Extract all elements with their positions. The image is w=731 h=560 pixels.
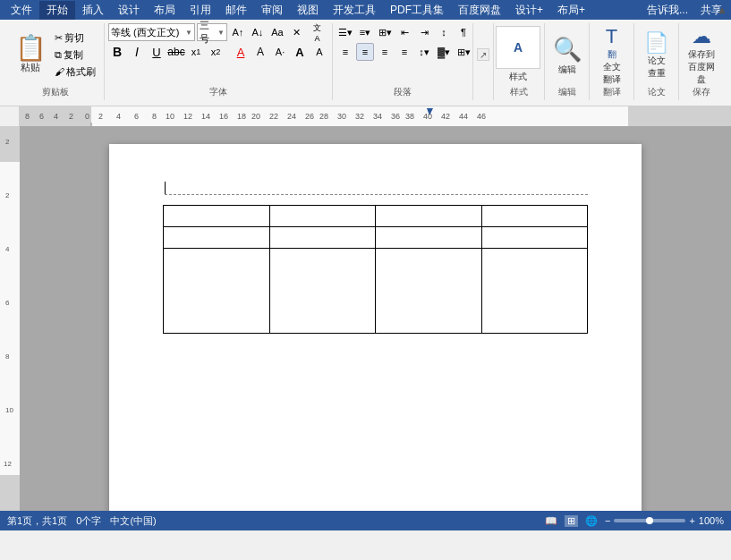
- font-name-selector[interactable]: 等线 (西文正文) ▼: [108, 23, 195, 41]
- zoom-thumb[interactable]: [646, 517, 653, 524]
- strikethrough-button[interactable]: abc: [167, 43, 185, 61]
- highlight-button[interactable]: A: [251, 43, 269, 61]
- change-case-button[interactable]: Aa: [268, 23, 286, 41]
- font-shading-button[interactable]: A·: [271, 43, 289, 61]
- clear-format-button[interactable]: ✕: [288, 23, 306, 41]
- font-size-increase2[interactable]: A: [291, 43, 309, 61]
- paragraph-dialog-launcher[interactable]: ↗: [477, 48, 489, 61]
- bold-button[interactable]: B: [108, 43, 126, 61]
- cut-button[interactable]: ✂ 剪切: [52, 30, 98, 46]
- table-cell-2-1[interactable]: [164, 227, 270, 249]
- outline-button[interactable]: ⊞▾: [376, 23, 394, 41]
- superscript-button[interactable]: x2: [207, 43, 225, 61]
- svg-text:8: 8: [25, 112, 30, 121]
- bullet-list-button[interactable]: ☰▾: [336, 23, 354, 41]
- svg-text:44: 44: [459, 112, 468, 121]
- underline-button[interactable]: U: [148, 43, 166, 61]
- right-groups: 🔍 编辑 编辑 T翻 全文 翻译 翻译 📄 论文 查重 论文 ☁: [545, 23, 724, 100]
- line-spacing-button[interactable]: ↕▾: [415, 43, 433, 61]
- menu-pdf[interactable]: PDF工具集: [383, 1, 451, 20]
- paper-group-label: 论文: [634, 86, 678, 98]
- view-page-button[interactable]: ⊞: [565, 515, 578, 527]
- table-cell-1-4[interactable]: [481, 206, 588, 227]
- increase-font-button[interactable]: A↑: [229, 23, 247, 41]
- sort-button[interactable]: ↕: [435, 23, 453, 41]
- menu-tell-me[interactable]: 告诉我...: [642, 1, 693, 20]
- pinyin-button[interactable]: 文A: [308, 23, 327, 41]
- paste-button[interactable]: 📋 粘贴: [11, 23, 50, 86]
- svg-text:30: 30: [337, 112, 346, 121]
- editing-group[interactable]: 🔍 编辑 编辑: [545, 23, 590, 100]
- paper-group[interactable]: 📄 论文 查重 论文: [634, 23, 679, 100]
- paragraph-mark-button[interactable]: ¶: [455, 23, 472, 41]
- table-cell-3-4[interactable]: [481, 249, 588, 334]
- cut-label: 剪切: [64, 31, 84, 45]
- decrease-font-button[interactable]: A↓: [249, 23, 267, 41]
- svg-text:10: 10: [5, 406, 13, 414]
- font-size-selector[interactable]: 三号 ▼: [197, 23, 227, 41]
- format-brush-button[interactable]: 🖌 格式刷: [52, 64, 98, 80]
- menu-design2[interactable]: 设计+: [508, 1, 550, 20]
- align-center-button[interactable]: ≡: [356, 43, 374, 61]
- menu-mail[interactable]: 邮件: [218, 1, 254, 20]
- menu-references[interactable]: 引用: [183, 1, 218, 20]
- subscript-button[interactable]: x1: [187, 43, 205, 61]
- align-right-button[interactable]: ≡: [376, 43, 394, 61]
- table-guide-top: [165, 194, 588, 195]
- ribbon-collapse-button[interactable]: ▲: [717, 4, 727, 16]
- menu-home[interactable]: 开始: [39, 1, 75, 20]
- menu-layout2[interactable]: 布局+: [550, 1, 592, 20]
- editing-icon: 🔍: [553, 36, 582, 64]
- editing-group-label: 编辑: [545, 86, 589, 98]
- ruler-corner: [0, 106, 20, 126]
- font-row1: 等线 (西文正文) ▼ 三号 ▼ A↑ A↓ Aa ✕ 文A: [108, 23, 327, 41]
- cut-icon: ✂: [55, 32, 63, 44]
- text-cursor: [165, 182, 166, 194]
- zoom-out-button[interactable]: −: [605, 515, 610, 526]
- table-cell-3-1[interactable]: [164, 249, 270, 334]
- table-cell-3-2[interactable]: [269, 249, 376, 334]
- menu-file[interactable]: 文件: [4, 1, 39, 20]
- borders-button[interactable]: ⊞▾: [455, 43, 472, 61]
- table-cell-2-2[interactable]: [269, 227, 376, 249]
- document-table[interactable]: [163, 205, 588, 334]
- menu-baidu[interactable]: 百度网盘: [451, 1, 508, 20]
- increase-indent-button[interactable]: ⇥: [415, 23, 433, 41]
- zoom-slider[interactable]: − + 100%: [605, 515, 724, 526]
- align-left-button[interactable]: ≡: [336, 43, 354, 61]
- translate-icon: T翻: [606, 25, 617, 61]
- style-group[interactable]: A 样式 样式: [494, 23, 545, 100]
- menu-review[interactable]: 审阅: [254, 1, 290, 20]
- clipboard-group: 📋 粘贴 ✂ 剪切 ⧉ 复制 🖌 格式刷 剪贴板: [7, 23, 105, 100]
- menu-view[interactable]: 视图: [290, 1, 326, 20]
- menu-layout[interactable]: 布局: [147, 1, 183, 20]
- view-read-button[interactable]: 📖: [545, 515, 557, 527]
- save-cloud-group[interactable]: ☁ 保存到 百度网盘 保存: [679, 23, 724, 100]
- menu-insert[interactable]: 插入: [75, 1, 111, 20]
- zoom-in-button[interactable]: +: [689, 515, 694, 526]
- svg-text:2: 2: [69, 112, 73, 121]
- page-info: 第1页，共1页: [7, 514, 67, 528]
- svg-text:18: 18: [237, 112, 246, 121]
- table-cell-1-2[interactable]: [269, 206, 376, 227]
- font-color-button[interactable]: A: [232, 43, 250, 61]
- justify-button[interactable]: ≡: [395, 43, 413, 61]
- menu-developer[interactable]: 开发工具: [326, 1, 383, 20]
- italic-button[interactable]: I: [128, 43, 146, 61]
- table-cell-2-3[interactable]: [376, 227, 482, 249]
- translate-group[interactable]: T翻 全文 翻译 翻译: [590, 23, 634, 100]
- number-list-button[interactable]: ≡▾: [356, 23, 374, 41]
- vertical-ruler-svg: 2 2 4 6 8 10 12: [0, 126, 20, 511]
- font-size-decrease2[interactable]: A: [310, 43, 328, 61]
- table-cell-2-4[interactable]: [481, 227, 588, 249]
- document-page[interactable]: [109, 144, 642, 511]
- menu-design[interactable]: 设计: [111, 1, 147, 20]
- copy-button[interactable]: ⧉ 复制: [52, 47, 98, 63]
- table-cell-1-1[interactable]: [164, 206, 270, 227]
- shading-button[interactable]: ▓▾: [435, 43, 453, 61]
- decrease-indent-button[interactable]: ⇤: [395, 23, 413, 41]
- table-cell-3-3[interactable]: [376, 249, 482, 334]
- table-cell-1-3[interactable]: [376, 206, 482, 227]
- style-preview: A: [496, 26, 540, 69]
- view-web-button[interactable]: 🌐: [585, 515, 598, 527]
